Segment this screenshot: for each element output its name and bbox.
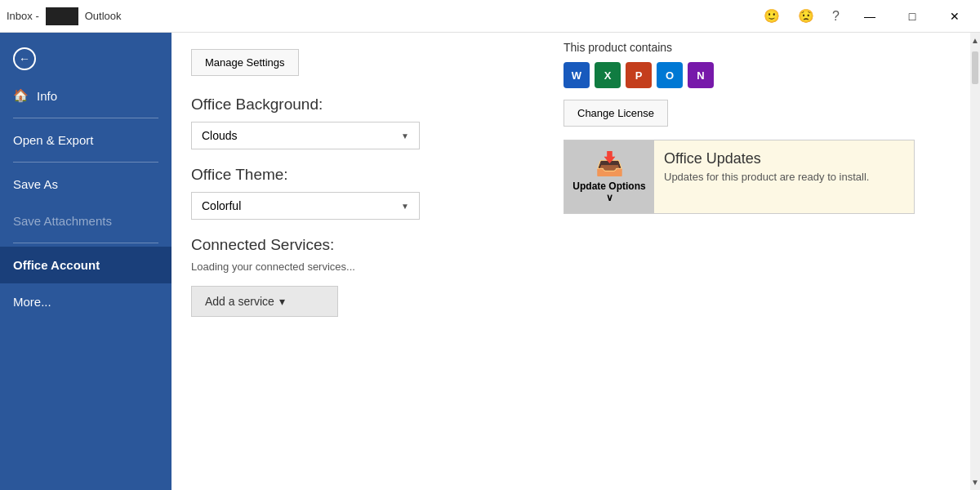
- emoji-icon[interactable]: 🙂: [757, 5, 786, 27]
- back-circle-icon: ←: [13, 47, 36, 70]
- home-icon: 🏠: [13, 88, 29, 103]
- update-options-button[interactable]: 📥 Update Options ∨: [564, 140, 654, 213]
- add-service-arrow: ▾: [279, 295, 285, 308]
- back-button[interactable]: ←: [0, 41, 172, 77]
- close-button[interactable]: ✕: [936, 0, 973, 33]
- sidebar-divider-2: [13, 162, 158, 163]
- left-panel: Manage Settings Office Background: Cloud…: [172, 33, 547, 490]
- scroll-thumb[interactable]: [972, 51, 978, 84]
- sidebar: ← 🏠 Info Open & Export Save As Save Atta…: [0, 33, 172, 490]
- sidebar-item-office-account[interactable]: Office Account: [0, 247, 172, 283]
- sidebar-label-office-account: Office Account: [13, 258, 100, 272]
- theme-dropdown-arrow: ▼: [401, 202, 409, 211]
- sidebar-item-save-as[interactable]: Save As: [0, 166, 172, 203]
- right-panel: This product contains W X P O N Change L…: [547, 33, 970, 490]
- office-theme-label: Office Theme:: [191, 166, 528, 184]
- maximize-button[interactable]: □: [893, 0, 931, 33]
- add-service-label: Add a service: [205, 295, 274, 308]
- product-contains-label: This product contains: [564, 41, 954, 54]
- title-bar-color-block: [46, 7, 78, 25]
- change-license-button[interactable]: Change License: [564, 100, 668, 127]
- sidebar-item-more[interactable]: More...: [0, 283, 172, 320]
- manage-settings-button[interactable]: Manage Settings: [191, 49, 299, 76]
- sidebar-item-open-export[interactable]: Open & Export: [0, 122, 172, 158]
- background-dropdown-arrow: ▼: [401, 131, 409, 140]
- loading-services-text: Loading your connected services...: [191, 261, 528, 273]
- outlook-icon: O: [657, 62, 683, 88]
- add-service-button[interactable]: Add a service ▾: [191, 286, 338, 317]
- sidebar-divider-1: [13, 118, 158, 118]
- update-options-label: Update Options ∨: [571, 180, 648, 203]
- background-value: Clouds: [202, 129, 238, 142]
- right-scrollbar[interactable]: ▲ ▼: [970, 33, 980, 490]
- sidebar-label-open-export: Open & Export: [13, 133, 93, 147]
- theme-section: Office Theme: Colorful ▼: [191, 166, 528, 220]
- title-bar-title: Inbox -: [7, 10, 39, 22]
- onenote-icon: N: [688, 62, 714, 88]
- updates-info: Office Updates Updates for this product …: [654, 140, 879, 213]
- office-background-label: Office Background:: [191, 96, 528, 114]
- sidebar-label-save-attachments: Save Attachments: [13, 214, 112, 228]
- office-updates-box: 📥 Update Options ∨ Office Updates Update…: [564, 140, 915, 214]
- title-bar: Inbox - Outlook 🙂 😟 ? — □ ✕: [0, 0, 980, 33]
- sidebar-label-save-as: Save As: [13, 177, 58, 191]
- sad-icon[interactable]: 😟: [791, 5, 821, 27]
- sidebar-label-more: More...: [13, 295, 51, 309]
- updates-title: Office Updates: [664, 150, 869, 167]
- connected-services-label: Connected Services:: [191, 236, 528, 254]
- theme-value: Colorful: [202, 199, 241, 212]
- main-layout: ← 🏠 Info Open & Export Save As Save Atta…: [0, 33, 980, 490]
- content-area: Manage Settings Office Background: Cloud…: [172, 33, 980, 490]
- sidebar-item-save-attachments: Save Attachments: [0, 203, 172, 239]
- update-icon: 📥: [595, 150, 624, 177]
- help-icon[interactable]: ?: [826, 6, 846, 27]
- sidebar-label-info: Info: [37, 89, 57, 103]
- sidebar-item-info[interactable]: 🏠 Info: [0, 77, 172, 114]
- background-dropdown[interactable]: Clouds ▼: [191, 122, 420, 149]
- minimize-button[interactable]: —: [851, 0, 889, 33]
- background-section: Office Background: Clouds ▼: [191, 96, 528, 149]
- title-bar-controls: 🙂 😟 ? — □ ✕: [757, 0, 973, 33]
- theme-dropdown[interactable]: Colorful ▼: [191, 192, 420, 220]
- word-icon: W: [564, 62, 590, 88]
- sidebar-divider-3: [13, 243, 158, 243]
- excel-icon: X: [595, 62, 621, 88]
- title-bar-left: Inbox - Outlook: [7, 7, 122, 25]
- title-bar-appname: Outlook: [85, 10, 122, 22]
- updates-desc: Updates for this product are ready to in…: [664, 171, 869, 183]
- powerpoint-icon: P: [626, 62, 652, 88]
- app-icons-row: W X P O N: [564, 62, 954, 88]
